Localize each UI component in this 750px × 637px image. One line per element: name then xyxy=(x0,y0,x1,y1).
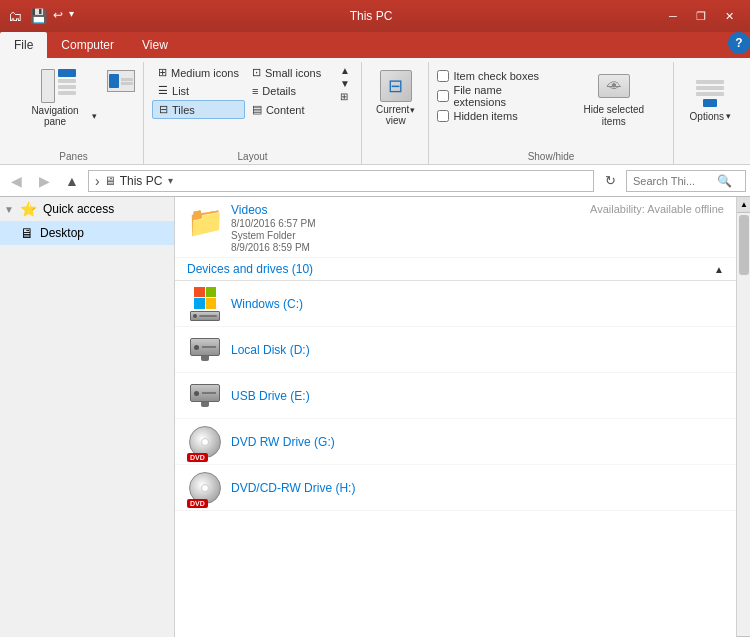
usb-drive-e-icon xyxy=(187,378,223,414)
usb-e-name: USB Drive (E:) xyxy=(231,389,310,403)
videos-date2: 8/9/2016 8:59 PM xyxy=(231,242,316,253)
show-hide-group-label: Show/hide xyxy=(429,151,672,162)
layout-group-label: Layout xyxy=(144,151,361,162)
layout-list[interactable]: ☰ List xyxy=(152,82,245,99)
list-item[interactable]: USB Drive (E:) xyxy=(175,373,736,419)
layout-medium-icons[interactable]: ⊞ Medium icons xyxy=(152,64,245,81)
dvd-g-icon: DVD xyxy=(187,424,223,460)
search-icon: 🔍 xyxy=(717,174,732,188)
layout-scroll-down[interactable]: ▼ xyxy=(337,77,353,90)
item-checkboxes-option[interactable]: Item check boxes xyxy=(437,70,555,82)
section-header-devices[interactable]: Devices and drives (10) ▲ xyxy=(175,258,736,281)
ribbon-group-options: Options ▾ xyxy=(674,62,746,164)
videos-availability: Availability: Available offline xyxy=(590,203,724,215)
quick-access-chevron-icon: ▼ xyxy=(4,204,14,215)
current-view-label: Current ▾ xyxy=(376,104,415,115)
section-label: Devices and drives (10) xyxy=(187,262,313,276)
sidebar-item-desktop[interactable]: 🖥 Desktop xyxy=(0,221,174,245)
list-item[interactable]: 📁 Videos 8/10/2016 6:57 PM System Folder… xyxy=(175,197,736,258)
ribbon-tabs: File Computer View ? xyxy=(0,32,750,58)
refresh-button[interactable]: ↻ xyxy=(598,169,622,193)
local-disk-d-icon xyxy=(187,332,223,368)
windows-drive-icon xyxy=(187,286,223,322)
close-button[interactable]: ✕ xyxy=(716,6,742,26)
path-arrow-icon: › xyxy=(95,173,100,189)
dvd-g-info: DVD RW Drive (G:) xyxy=(231,435,335,449)
panes-items: Navigation pane ▾ xyxy=(12,64,135,148)
preview-pane-icon xyxy=(107,70,135,92)
tab-file[interactable]: File xyxy=(0,32,47,58)
file-extensions-option[interactable]: File name extensions xyxy=(437,84,555,108)
back-button[interactable]: ◀ xyxy=(4,169,28,193)
dvdcd-h-info: DVD/CD-RW Drive (H:) xyxy=(231,481,355,495)
navigation-pane-button[interactable]: Navigation pane ▾ xyxy=(12,64,105,132)
title-bar-system-icons: 🗂 💾 ↩ ▾ xyxy=(8,8,74,24)
current-view-icon: ⊟ xyxy=(380,70,412,102)
layout-details[interactable]: ≡ Details xyxy=(246,82,335,99)
hidden-items-checkbox[interactable] xyxy=(437,110,449,122)
ribbon-group-panes: Navigation pane ▾ Panes xyxy=(4,62,144,164)
videos-info: Videos 8/10/2016 6:57 PM System Folder 8… xyxy=(231,203,316,253)
list-item[interactable]: Windows (C:) xyxy=(175,281,736,327)
layout-content[interactable]: ▤ Content xyxy=(246,100,335,119)
hidden-items-option[interactable]: Hidden items xyxy=(437,110,555,122)
address-path[interactable]: › 🖥 This PC ▾ xyxy=(88,170,594,192)
dvdcd-h-icon: DVD xyxy=(187,470,223,506)
layout-scroll-up[interactable]: ▲ xyxy=(337,64,353,77)
current-view-button[interactable]: ⊟ Current ▾ view xyxy=(370,64,421,132)
layout-scroll-expand[interactable]: ⊞ xyxy=(337,90,353,103)
title-bar: 🗂 💾 ↩ ▾ This PC ─ ❐ ✕ xyxy=(0,0,750,32)
options-label: Options ▾ xyxy=(690,111,731,122)
path-dropdown-icon[interactable]: ▾ xyxy=(168,175,173,186)
tab-computer[interactable]: Computer xyxy=(47,32,128,58)
layout-small-icons[interactable]: ⊡ Small icons xyxy=(246,64,335,81)
address-bar: ◀ ▶ ▲ › 🖥 This PC ▾ ↻ 🔍 xyxy=(0,165,750,197)
local-d-info: Local Disk (D:) xyxy=(231,343,310,357)
windows-c-name: Windows (C:) xyxy=(231,297,303,311)
hide-selected-icon: 👁 xyxy=(596,68,632,104)
ribbon-group-layout: ⊞ Medium icons ⊡ Small icons ☰ List ≡ De… xyxy=(144,62,362,164)
path-text: This PC xyxy=(120,174,163,188)
ribbon-content: Navigation pane ▾ Panes xyxy=(0,58,750,164)
view-label-2: view xyxy=(386,115,406,126)
showhide-checkboxes: Item check boxes File name extensions Hi… xyxy=(437,64,555,122)
quick-access-label: Quick access xyxy=(43,202,114,216)
scroll-track xyxy=(737,213,750,636)
list-item[interactable]: Local Disk (D:) xyxy=(175,327,736,373)
local-d-name: Local Disk (D:) xyxy=(231,343,310,357)
videos-folder-icon: 📁 xyxy=(187,203,223,239)
item-checkboxes-checkbox[interactable] xyxy=(437,70,449,82)
list-item[interactable]: DVD DVD/CD-RW Drive (H:) xyxy=(175,465,736,511)
section-collapse-icon[interactable]: ▲ xyxy=(714,264,724,275)
file-extensions-checkbox[interactable] xyxy=(437,90,449,102)
windows-c-info: Windows (C:) xyxy=(231,297,303,311)
restore-button[interactable]: ❐ xyxy=(688,6,714,26)
layout-grid: ⊞ Medium icons ⊡ Small icons ☰ List ≡ De… xyxy=(152,64,335,119)
search-box[interactable]: 🔍 xyxy=(626,170,746,192)
file-list: 📁 Videos 8/10/2016 6:57 PM System Folder… xyxy=(175,197,736,637)
scroll-thumb[interactable] xyxy=(739,215,749,275)
main-content: ▼ ⭐ Quick access 🖥 Desktop 📁 Videos 8/10… xyxy=(0,197,750,637)
dvdcd-label: DVD xyxy=(187,499,208,508)
scrollbar[interactable]: ▲ ▼ xyxy=(736,197,750,637)
hide-selected-button[interactable]: 👁 Hide selected items xyxy=(563,64,665,132)
ribbon-group-current-view: ⊟ Current ▾ view xyxy=(362,62,429,164)
usb-e-info: USB Drive (E:) xyxy=(231,389,310,403)
scroll-up-arrow[interactable]: ▲ xyxy=(737,197,750,213)
forward-button[interactable]: ▶ xyxy=(32,169,56,193)
tab-view[interactable]: View xyxy=(128,32,182,58)
up-button[interactable]: ▲ xyxy=(60,169,84,193)
sidebar: ▼ ⭐ Quick access 🖥 Desktop xyxy=(0,197,175,637)
sidebar-item-quick-access[interactable]: ▼ ⭐ Quick access xyxy=(0,197,174,221)
list-item[interactable]: DVD DVD RW Drive (G:) xyxy=(175,419,736,465)
layout-scroll: ▲ ▼ ⊞ xyxy=(337,64,353,103)
dvd-g-name: DVD RW Drive (G:) xyxy=(231,435,335,449)
layout-tiles[interactable]: ⊟ Tiles xyxy=(152,100,245,119)
search-input[interactable] xyxy=(633,175,713,187)
desktop-label: Desktop xyxy=(40,226,84,240)
options-button[interactable]: Options ▾ xyxy=(682,64,739,132)
window-controls[interactable]: ─ ❐ ✕ xyxy=(660,6,742,26)
help-button[interactable]: ? xyxy=(728,32,750,54)
minimize-button[interactable]: ─ xyxy=(660,6,686,26)
quick-access-star-icon: ⭐ xyxy=(20,201,37,217)
